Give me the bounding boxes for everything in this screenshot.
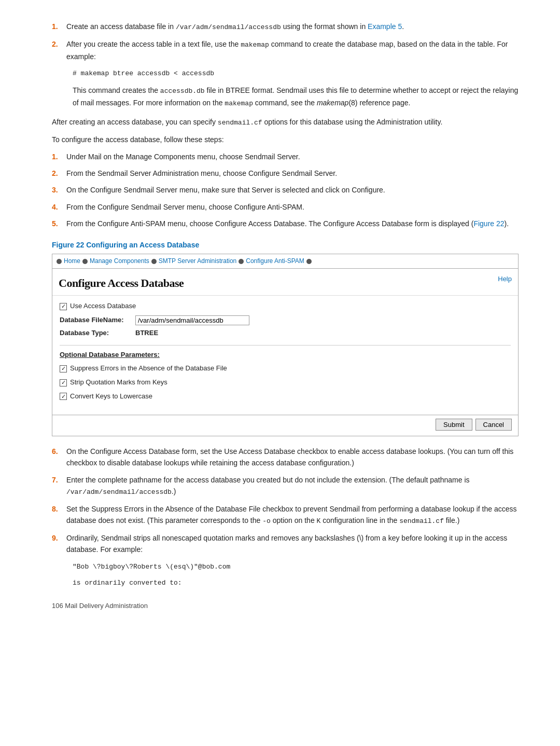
cancel-button[interactable]: Cancel [475, 419, 512, 431]
list-num: 3. [52, 184, 66, 196]
list-content: On the Configure Sendmail Server menu, m… [66, 184, 519, 196]
use-access-db-row: Use Access Database [60, 301, 511, 312]
code-inline: sendmail.cf [218, 119, 262, 127]
bc-bullet [151, 259, 157, 264]
paragraph-2: To configure the access database, follow… [52, 134, 519, 145]
list-content: Under Mail on the Manage Components menu… [66, 151, 519, 162]
list-num: 8. [52, 503, 66, 527]
db-type-label: Database Type: [60, 328, 132, 339]
use-access-db-checkbox[interactable] [60, 303, 67, 310]
list-item: 2. From the Sendmail Server Administrati… [52, 168, 519, 179]
ui-footer: Submit Cancel [52, 415, 518, 436]
convert-keys-label: Convert Keys to Lowercase [70, 391, 152, 402]
bc-antispam: Configure Anti-SPAM [246, 256, 304, 266]
list-item: 3. On the Configure Sendmail Server menu… [52, 184, 519, 196]
code-inline: K [317, 517, 321, 525]
list-content: From the Configure Sendmail Server menu,… [66, 201, 519, 213]
list-num: 6. [52, 446, 66, 469]
list-content: Create an access database file in /var/a… [66, 21, 519, 33]
steps-list: 1. Under Mail on the Manage Components m… [52, 151, 519, 230]
code-explanation: This command creates the accessdb.db fil… [73, 85, 519, 109]
suppress-errors-row: Suppress Errors in the Absence of the Da… [60, 363, 511, 374]
strip-quotes-checkbox[interactable] [60, 379, 67, 386]
figure-label: Figure 22 Configuring an Access Database [52, 239, 519, 251]
bc-bullet [82, 259, 88, 264]
list-num: 2. [52, 38, 66, 62]
ui-screenshot-box: Home Manage Components SMTP Server Admin… [52, 254, 519, 436]
suppress-errors-label: Suppress Errors in the Absence of the Da… [70, 363, 227, 374]
strip-quotes-label: Strip Quotation Marks from Keys [70, 377, 167, 388]
list-num: 2. [52, 168, 66, 179]
breadcrumb: Home Manage Components SMTP Server Admin… [52, 254, 518, 269]
list-content: Set the Suppress Errors in the Absence o… [66, 503, 519, 527]
help-link[interactable]: Help [498, 274, 512, 285]
bc-bullet [57, 259, 62, 264]
bc-bullet [239, 259, 244, 264]
example5-link[interactable]: Example 5 [368, 22, 402, 31]
figure22-link[interactable]: Figure 22 [473, 219, 504, 228]
list-content: From the Sendmail Server Administration … [66, 168, 519, 179]
code-inline: sendmail.cf [399, 517, 444, 525]
code-inline: -o [262, 517, 271, 525]
code-inline: accessdb.db [160, 87, 205, 95]
list-item: 9. Ordinarily, Sendmail strips all nones… [52, 532, 519, 556]
italic-text: makemap [317, 99, 348, 107]
list-num: 7. [52, 474, 66, 498]
list-item: 1. Under Mail on the Manage Components m… [52, 151, 519, 162]
bc-bullet [306, 259, 312, 264]
configure-access-db-title: Configure Access Database [59, 274, 184, 292]
list-item: 2. After you create the access table in … [52, 38, 519, 62]
db-filename-label: Database FileName: [60, 315, 132, 326]
page-content: 1. Create an access database file in /va… [52, 21, 519, 612]
code-block-2: "Bob \?bigboy\?Roberts \(esq\)"@bob.com [73, 562, 519, 573]
list-item: 4. From the Configure Sendmail Server me… [52, 201, 519, 213]
suppress-errors-checkbox[interactable] [60, 365, 67, 372]
optional-params-label: Optional Database Parameters: [60, 350, 511, 361]
bc-manage-components: Manage Components [90, 256, 149, 266]
bottom-steps-list: 6. On the Configure Access Database form… [52, 446, 519, 556]
code-block-1: # makemap btree accessdb < accessdb [73, 68, 519, 79]
code-inline: /var/adm/sendmail/accessdb [176, 23, 281, 31]
convert-keys-row: Convert Keys to Lowercase [60, 391, 511, 402]
list-content: Enter the complete pathname for the acce… [66, 474, 519, 498]
ui-divider [60, 345, 511, 346]
list-item: 8. Set the Suppress Errors in the Absenc… [52, 503, 519, 527]
list-item: 6. On the Configure Access Database form… [52, 446, 519, 469]
code-inline: /var/adm/sendmail/accessdb [66, 488, 172, 496]
use-access-db-label: Use Access Database [70, 301, 136, 312]
paragraph-1: After creating an access database, you c… [52, 116, 519, 129]
convert-keys-checkbox[interactable] [60, 393, 67, 400]
list-item: 5. From the Configure Anti-SPAM menu, ch… [52, 218, 519, 229]
list-content: After you create the access table in a t… [66, 38, 519, 62]
bc-home: Home [64, 256, 80, 266]
list-item: 7. Enter the complete pathname for the a… [52, 474, 519, 498]
code-block-3: is ordinarily converted to: [73, 578, 519, 589]
code-inline: makemap [241, 41, 269, 49]
list-num: 4. [52, 201, 66, 213]
ui-body: Use Access Database Database FileName: D… [52, 296, 518, 415]
code-inline: makemap [225, 100, 253, 107]
ui-header: Configure Access Database Help [52, 269, 518, 296]
list-content: From the Configure Anti-SPAM menu, choos… [66, 218, 519, 229]
optional-params-section: Optional Database Parameters: Suppress E… [60, 350, 511, 402]
list-num: 9. [52, 532, 66, 556]
top-list: 1. Create an access database file in /va… [52, 21, 519, 62]
list-num: 5. [52, 218, 66, 229]
submit-button[interactable]: Submit [436, 419, 472, 431]
list-num: 1. [52, 151, 66, 162]
db-filename-input[interactable] [135, 315, 249, 325]
db-filename-row: Database FileName: [60, 315, 511, 326]
list-num: 1. [52, 21, 66, 33]
list-content: On the Configure Access Database form, s… [66, 446, 519, 469]
list-content: Ordinarily, Sendmail strips all nonescap… [66, 532, 519, 556]
strip-quotes-row: Strip Quotation Marks from Keys [60, 377, 511, 388]
bc-smtp: SMTP Server Administration [159, 256, 237, 266]
db-type-value: BTREE [135, 328, 158, 339]
db-type-row: Database Type: BTREE [60, 328, 511, 339]
page-footer: 106 Mail Delivery Administration [52, 601, 519, 612]
use-access-db-section: Use Access Database Database FileName: D… [60, 301, 511, 338]
list-item: 1. Create an access database file in /va… [52, 21, 519, 33]
